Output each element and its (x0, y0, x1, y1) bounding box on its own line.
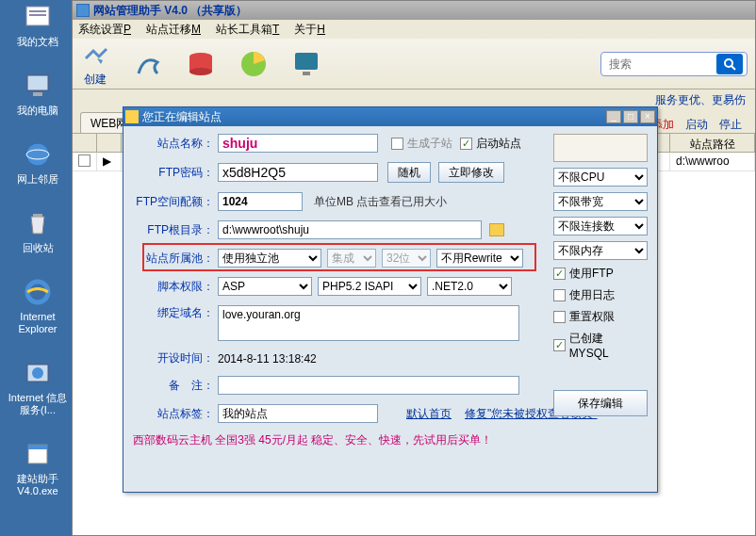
chk-use-log[interactable]: 使用日志 (553, 287, 640, 303)
svg-line-20 (731, 66, 735, 70)
domain-textarea[interactable] (218, 305, 519, 341)
desktop-icon-iis[interactable]: Internet 信息服务(I... (4, 358, 72, 416)
chk-start-site[interactable]: 启动站点 (460, 136, 521, 152)
app-title: 网站管理助手 V4.0 （共享版） (93, 3, 247, 19)
dialog-max-button[interactable]: □ (623, 110, 638, 123)
browse-folder-icon[interactable] (489, 223, 504, 236)
svg-rect-7 (33, 214, 42, 217)
script-asp-select[interactable]: ASP (218, 277, 312, 296)
ftp-root-input[interactable] (218, 220, 482, 239)
svg-rect-12 (28, 445, 47, 449)
app-icon (76, 4, 90, 17)
preview-panel (553, 134, 648, 162)
site-name-input[interactable] (218, 134, 378, 153)
app-menubar: 系统设置P 站点迁移M 站长工具箱T 关于H (73, 20, 755, 39)
ftp-pass-input[interactable] (218, 163, 378, 182)
desktop-icons: 我的文档 我的电脑 网上邻居 回收站 Internet Explorer Int… (4, 0, 72, 497)
menu-migrate[interactable]: 站点迁移M (146, 22, 201, 38)
label-ftp-pass: FTP密码： (133, 165, 218, 181)
svg-rect-2 (29, 14, 46, 16)
pool-select[interactable]: 使用独立池 (218, 249, 321, 268)
tool-db[interactable] (186, 49, 216, 79)
svg-point-10 (32, 367, 43, 379)
search-box (600, 52, 748, 76)
rewrite-select[interactable]: 不用Rewrite (436, 249, 523, 268)
tool-chart[interactable] (238, 49, 269, 79)
edit-site-dialog: 您正在编辑站点 _ □ × 不限CPU 不限带宽 不限连接数 不限内存 使用FT… (123, 106, 658, 493)
chk-created-mysql[interactable]: 已创建MYSQL (553, 331, 640, 360)
label-tag: 站点标签： (133, 406, 218, 422)
svg-rect-18 (303, 72, 310, 75)
chk-gen-sub: 生成子站 (391, 136, 452, 152)
svg-point-8 (27, 282, 48, 302)
label-script: 脚本权限： (133, 279, 218, 295)
chk-use-ftp[interactable]: 使用FTP (553, 266, 640, 282)
random-button[interactable]: 随机 (387, 162, 431, 183)
desktop-icon-ie[interactable]: Internet Explorer (4, 277, 72, 335)
search-button[interactable] (716, 54, 743, 74)
limit-cpu-select[interactable]: 不限CPU (553, 168, 648, 187)
svg-rect-17 (295, 53, 318, 70)
label-site-name: 站点名称： (133, 136, 218, 152)
label-ftp-root: FTP根目录： (133, 222, 218, 238)
pool-bit-select: 32位 (382, 249, 431, 268)
limit-conn-select[interactable]: 不限连接数 (553, 217, 648, 236)
svg-point-19 (725, 59, 732, 67)
script-net-select[interactable]: .NET2.0 (427, 277, 512, 296)
label-pool: 站点所属池： (133, 251, 218, 267)
dialog-titlebar[interactable]: 您正在编辑站点 _ □ × (123, 107, 657, 126)
open-time-value: 2014-8-11 13:18:42 (218, 352, 317, 365)
tool-mysql[interactable] (133, 49, 163, 79)
limit-mem-select[interactable]: 不限内存 (553, 241, 648, 260)
action-stop[interactable]: 停止 (719, 117, 742, 133)
desktop-icon-computer[interactable]: 我的电脑 (4, 71, 72, 117)
svg-rect-4 (33, 92, 42, 96)
action-start[interactable]: 启动 (685, 117, 708, 133)
dialog-title: 您正在编辑站点 (142, 109, 222, 125)
save-button[interactable]: 保存编辑 (553, 390, 648, 416)
svg-rect-3 (27, 75, 48, 90)
svg-point-5 (26, 143, 49, 166)
desktop-icon-app-exe[interactable]: 建站助手V4.0.exe (4, 439, 72, 497)
quota-hint[interactable]: 单位MB 点击查看已用大小 (314, 194, 447, 210)
label-remark: 备 注： (133, 378, 218, 394)
menu-tools[interactable]: 站长工具箱T (216, 22, 279, 38)
label-ftp-quota: FTP空间配额： (133, 194, 218, 210)
label-domain: 绑定域名： (133, 305, 218, 321)
remark-input[interactable] (218, 376, 519, 395)
ftp-quota-input[interactable] (218, 192, 303, 211)
desktop-icon-recycle[interactable]: 回收站 (4, 208, 72, 254)
pool-mode-select: 集成 (327, 249, 376, 268)
menu-system[interactable]: 系统设置P (78, 22, 131, 38)
menu-about[interactable]: 关于H (294, 22, 325, 38)
tool-monitor[interactable] (291, 49, 321, 79)
apply-button[interactable]: 立即修改 (438, 162, 504, 183)
app-titlebar: 网站管理助手 V4.0 （共享版） (73, 1, 755, 20)
action-links: 添加 启动 停止 (651, 117, 755, 133)
chk-reset-perm[interactable]: 重置权限 (553, 309, 640, 325)
desktop-icon-documents[interactable]: 我的文档 (4, 2, 72, 48)
dialog-right-column: 不限CPU 不限带宽 不限连接数 不限内存 使用FTP 使用日志 重置权限 已创… (553, 134, 648, 416)
dialog-icon (125, 110, 139, 123)
tool-create[interactable]: 创建 (80, 40, 110, 88)
dialog-min-button[interactable]: _ (606, 110, 621, 123)
dialog-close-button[interactable]: × (640, 110, 655, 123)
script-php-select[interactable]: PHP5.2 ISAPI (318, 277, 421, 296)
limit-bw-select[interactable]: 不限带宽 (553, 192, 648, 211)
search-input[interactable] (609, 57, 713, 71)
desktop-icon-network[interactable]: 网上邻居 (4, 139, 72, 186)
svg-point-15 (189, 68, 212, 75)
row-checkbox[interactable] (78, 154, 90, 167)
label-open-time: 开设时间： (133, 350, 218, 366)
app-toolbar: 创建 (73, 39, 755, 89)
svg-rect-1 (29, 10, 46, 12)
tag-input[interactable] (218, 404, 378, 423)
promo-text: 西部数码云主机 全国3强 45元/月起 稳定、安全、快速，先试用后买单！ (133, 432, 648, 448)
link-default-page[interactable]: 默认首页 (406, 406, 452, 422)
